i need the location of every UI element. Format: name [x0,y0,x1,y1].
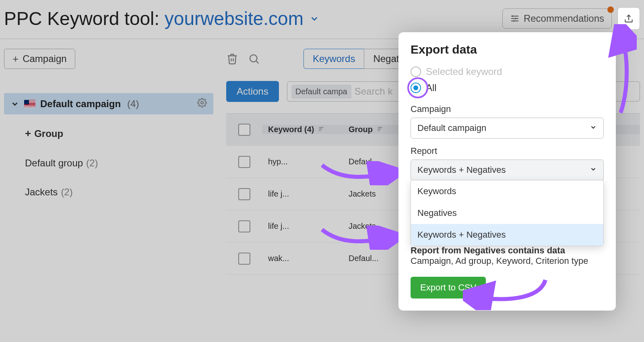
report-select-value: Keywords + Negatives [417,165,506,175]
add-campaign-button[interactable]: + Campaign [4,49,75,69]
svg-rect-8 [319,129,322,129]
row-checkbox[interactable] [238,220,250,232]
radio-label: All [426,82,437,93]
cell-keyword: life j... [268,222,289,231]
campaign-select-label: Campaign [411,104,604,114]
campaign-name: Default campaign [40,98,121,110]
report-note-heading: Report from Negatives contains data [411,245,565,255]
actions-button[interactable]: Actions [226,81,279,102]
report-note: Report from Negatives contains data Camp… [411,245,604,266]
sort-icon [377,125,383,134]
export-popover: Export data Selected keyword All Campaig… [398,32,616,311]
chevron-down-icon [10,99,19,108]
radio-icon [411,66,421,77]
export-icon [623,13,634,24]
cell-group: Defaul... [349,157,378,166]
notification-dot-icon [607,6,614,13]
group-count: (2) [61,187,72,198]
report-note-body: Campaign, Ad group, Keyword, Criterion t… [411,256,588,266]
svg-rect-7 [319,127,324,128]
plus-icon: + [25,127,31,140]
col-keyword-label: Keyword (4) [268,125,314,134]
col-group-label: Group [349,125,373,134]
title-prefix: PPC Keyword tool: [4,8,165,29]
sidebar-group-item[interactable]: Jackets (2) [25,178,213,207]
sort-icon [318,125,324,134]
cell-group: Jackets [349,189,376,199]
campaign-select-value: Default campaign [417,123,486,133]
svg-line-6 [256,61,258,63]
page-title: PPC Keyword tool: yourwebsite.com [4,8,303,29]
report-option-keywords-negatives[interactable]: Keywords + Negatives [411,224,603,246]
radio-selected-keyword: Selected keyword [411,64,604,80]
sliders-icon [510,14,520,23]
group-count: (2) [86,158,98,169]
report-select-label: Report [411,146,604,156]
gear-icon[interactable] [197,98,207,110]
export-csv-button[interactable]: Export to CSV [411,277,486,298]
report-select[interactable]: Keywords + Negatives [411,160,604,180]
row-checkbox[interactable] [238,253,250,265]
svg-rect-9 [319,130,321,131]
campaign-count: (4) [127,98,139,110]
report-options: Keywords Negatives Keywords + Negatives [411,180,604,246]
recommendations-button[interactable]: Recommendations [502,8,612,29]
cell-keyword: life j... [268,189,289,199]
trash-icon[interactable] [226,53,238,65]
cell-group: Jackets [349,222,376,231]
chevron-down-icon [590,123,597,133]
cell-keyword: wak... [268,254,289,263]
svg-point-5 [250,55,257,62]
row-checkbox[interactable] [238,156,250,168]
recommendations-label: Recommendations [524,13,604,24]
search-chip[interactable]: Default campa [291,85,351,99]
cell-group: Defaul... [349,254,378,263]
report-option-keywords[interactable]: Keywords [411,180,603,202]
sidebar: + Campaign Default campaign (4) + Group … [4,49,213,207]
group-name: Jackets [25,187,58,198]
select-all-checkbox[interactable] [238,124,250,136]
title-domain[interactable]: yourwebsite.com [165,8,303,29]
chevron-down-icon [590,165,597,175]
export-button[interactable] [617,7,640,30]
svg-rect-12 [378,130,380,131]
radio-all[interactable]: All [411,80,604,96]
add-campaign-label: Campaign [23,53,66,64]
popover-title: Export data [411,43,604,56]
tab-keywords[interactable]: Keywords [303,49,364,69]
campaign-row[interactable]: Default campaign (4) [4,93,213,114]
svg-rect-11 [378,129,381,129]
add-group-button[interactable]: + Group [25,118,213,149]
search-icon[interactable] [248,53,260,65]
report-option-negatives[interactable]: Negatives [411,202,603,224]
svg-rect-10 [378,127,382,128]
radio-label: Selected keyword [426,66,502,77]
plus-icon: + [12,54,19,64]
cell-keyword: hyp... [268,157,288,166]
group-name: Default group [25,158,83,169]
domain-chevron-icon[interactable] [308,12,320,25]
svg-point-4 [201,102,203,104]
us-flag-icon [24,100,35,108]
row-checkbox[interactable] [238,188,250,200]
campaign-select[interactable]: Default campaign [411,118,604,139]
col-keyword[interactable]: Keyword (4) [262,125,343,134]
add-group-label: Group [34,128,63,139]
radio-icon [411,83,421,93]
sidebar-group-item[interactable]: Default group (2) [25,149,213,178]
